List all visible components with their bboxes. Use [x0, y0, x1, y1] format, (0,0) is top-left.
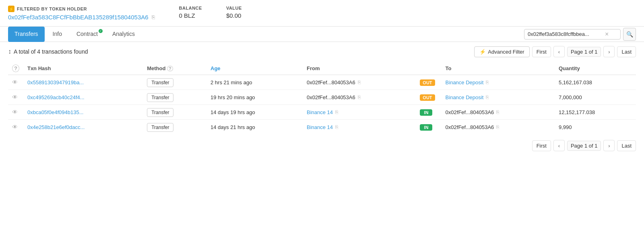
to-cell: Binance Deposit⎘ [446, 94, 551, 100]
copy-from-icon[interactable]: ⎘ [358, 94, 361, 100]
quantity-text: 12,152,177.038 [559, 109, 595, 115]
table-row: 👁0x55891303947919ba...Transfer2 hrs 21 m… [8, 75, 636, 90]
col-txnhash-header: Txn Hash [23, 62, 143, 75]
next-button-bottom[interactable]: › [603, 140, 615, 151]
balance-label: BALANCE [179, 6, 202, 10]
address-link[interactable]: 0x02fFef3a583C8FCfFbBbEAB135289f15804053… [8, 14, 155, 21]
help-circle-icon: ? [12, 65, 19, 72]
tab-contract[interactable]: Contract ✓ [70, 27, 104, 42]
last-button-top[interactable]: Last [617, 46, 636, 57]
copy-to-icon[interactable]: ⎘ [486, 79, 489, 85]
from-cell: 0x02fFef...804053A6⎘ [307, 79, 412, 85]
col-from-header: From [303, 62, 416, 75]
tab-analytics[interactable]: Analytics [106, 27, 141, 42]
quantity-text: 5,162,167.038 [559, 79, 592, 85]
txn-count: ↕ A total of 4 transactions found [8, 48, 88, 55]
age-text: 19 hrs 20 mins ago [211, 94, 255, 100]
tabs-left: Transfers Info Contract ✓ Analytics [8, 27, 141, 42]
table-meta-row-bottom: First ‹ Page 1 of 1 › Last [8, 140, 636, 151]
copy-to-icon[interactable]: ⎘ [496, 109, 499, 115]
copy-to-icon[interactable]: ⎘ [486, 94, 489, 100]
from-link[interactable]: Binance 14 [307, 124, 333, 130]
sort-icon: ↕ [8, 48, 11, 55]
col-to-header: To [442, 62, 555, 75]
filter-icon: ⚡ [8, 6, 14, 12]
col-age-header: Age [206, 62, 303, 75]
quantity-text: 9,990 [559, 124, 572, 130]
eye-icon[interactable]: 👁 [12, 124, 18, 130]
from-cell: Binance 14⎘ [307, 124, 412, 130]
prev-button-bottom[interactable]: ‹ [553, 140, 565, 151]
page-info-bottom: Page 1 of 1 [567, 141, 601, 151]
in-badge: IN [420, 109, 432, 116]
tab-info[interactable]: Info [46, 27, 68, 42]
to-link[interactable]: Binance Deposit [446, 79, 484, 85]
address-text: 0x02fFef3a583C8FCfFbBbEAB135289f15804053… [8, 14, 149, 21]
balance-value: 0 BLZ [179, 12, 202, 19]
txn-hash-link[interactable]: 0xc495269acb40c24f4... [27, 94, 85, 100]
eye-icon[interactable]: 👁 [12, 94, 18, 100]
value-value: $0.00 [226, 12, 242, 19]
col-direction-header [416, 62, 441, 75]
header-section: ⚡ FILTERED BY TOKEN HOLDER 0x02fFef3a583… [0, 0, 644, 27]
method-badge: Transfer [147, 78, 173, 87]
transactions-table: ? Txn Hash Method ? Age From To Quantity… [8, 62, 636, 134]
out-badge: OUT [420, 94, 435, 101]
copy-address-icon[interactable]: ⎘ [152, 14, 155, 20]
next-button-top[interactable]: › [603, 46, 615, 57]
balance-section: BALANCE 0 BLZ [179, 6, 202, 19]
txn-hash-link[interactable]: 0x55891303947919ba... [27, 79, 84, 85]
table-header-row: ? Txn Hash Method ? Age From To Quantity [8, 62, 636, 75]
col-method-header: Method ? [143, 62, 206, 75]
in-badge: IN [420, 124, 432, 131]
table-row: 👁0x4e258b21e6ef0dacc...Transfer14 days 2… [8, 120, 636, 135]
search-area: × 🔍 [524, 28, 636, 41]
first-button-top[interactable]: First [532, 46, 551, 57]
contract-check-badge: ✓ [99, 29, 103, 33]
advanced-filter-button[interactable]: ⚡ Advanced Filter [474, 46, 529, 57]
first-button-bottom[interactable]: First [532, 140, 551, 151]
from-link[interactable]: Binance 14 [307, 109, 333, 115]
method-badge: Transfer [147, 123, 173, 132]
age-text: 2 hrs 21 mins ago [211, 79, 252, 85]
method-badge: Transfer [147, 108, 173, 117]
method-badge: Transfer [147, 93, 173, 102]
tabs-bar: Transfers Info Contract ✓ Analytics × 🔍 [0, 27, 644, 42]
txn-hash-link[interactable]: 0xbca05f0e4f094b135... [27, 109, 84, 115]
table-row: 👁0xbca05f0e4f094b135...Transfer14 days 1… [8, 105, 636, 120]
copy-from-icon[interactable]: ⎘ [358, 79, 361, 85]
search-input[interactable] [528, 31, 604, 37]
filter-funnel-icon: ⚡ [479, 49, 486, 55]
table-section: ↕ A total of 4 transactions found ⚡ Adva… [0, 42, 644, 160]
value-label: VALUE [226, 6, 242, 10]
filter-label: ⚡ FILTERED BY TOKEN HOLDER [8, 6, 155, 12]
tab-transfers[interactable]: Transfers [8, 27, 45, 42]
txn-hash-link[interactable]: 0x4e258b21e6ef0dacc... [27, 124, 85, 130]
eye-icon[interactable]: 👁 [12, 109, 18, 115]
from-cell: Binance 14⎘ [307, 109, 412, 115]
pagination-controls-bottom: First ‹ Page 1 of 1 › Last [532, 140, 636, 151]
pagination-controls-top: ⚡ Advanced Filter First ‹ Page 1 of 1 › … [474, 46, 636, 57]
last-button-bottom[interactable]: Last [617, 140, 636, 151]
txn-count-text: A total of 4 transactions found [14, 48, 88, 55]
to-cell: 0x02fFef...804053A6⎘ [446, 109, 551, 115]
age-text: 14 days 21 hrs ago [211, 124, 255, 130]
to-cell: Binance Deposit⎘ [446, 79, 551, 85]
copy-from-icon[interactable]: ⎘ [335, 109, 338, 115]
search-clear-button[interactable]: × [604, 31, 609, 38]
value-section: VALUE $0.00 [226, 6, 242, 19]
table-row: 👁0xc495269acb40c24f4...Transfer19 hrs 20… [8, 90, 636, 105]
to-link[interactable]: Binance Deposit [446, 94, 484, 100]
page-info-top: Page 1 of 1 [567, 47, 601, 57]
quantity-text: 7,000,000 [559, 94, 582, 100]
out-badge: OUT [420, 79, 435, 86]
search-input-wrapper: × [524, 29, 621, 40]
copy-to-icon[interactable]: ⎘ [496, 124, 499, 130]
copy-from-icon[interactable]: ⎘ [335, 124, 338, 130]
method-help-icon: ? [167, 66, 173, 71]
from-cell: 0x02fFef...804053A6⎘ [307, 94, 412, 100]
prev-button-top[interactable]: ‹ [553, 46, 565, 57]
col-eye-header: ? [8, 62, 23, 75]
eye-icon[interactable]: 👁 [12, 79, 18, 85]
search-button[interactable]: 🔍 [623, 28, 636, 41]
